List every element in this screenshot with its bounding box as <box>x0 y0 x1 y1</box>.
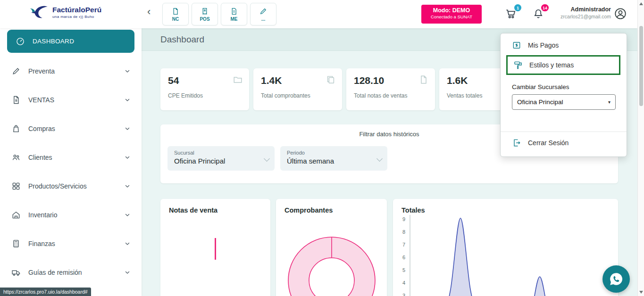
me-button[interactable]: ME <box>221 3 247 25</box>
chevron-down-icon <box>125 183 130 189</box>
document-list-icon <box>230 7 238 16</box>
sidebar-item-label: Guías de remisión <box>28 269 125 276</box>
pencil-icon <box>259 7 268 16</box>
sidebar: DASHBOARD Preventa VENTAS Compras <box>0 28 142 296</box>
sucursal-value: Oficina Principal <box>174 157 268 165</box>
divider <box>501 132 627 132</box>
status-url-tooltip: https://zrcarlos.pro7.uio.la/dashboard# <box>0 288 91 296</box>
avatar[interactable] <box>614 7 627 20</box>
file-icon <box>418 74 429 85</box>
pos-button-label: POS <box>200 16 209 22</box>
totales-area-chart <box>406 213 616 296</box>
periodo-select[interactable]: Periodo Última semana <box>280 146 387 171</box>
comprobantes-donut-chart <box>276 199 387 296</box>
users-icon <box>11 153 21 162</box>
sucursal-select[interactable]: Sucursal Oficina Principal <box>167 146 275 171</box>
more-documents-button[interactable]: ... <box>250 3 276 25</box>
chart-title: Totales <box>393 199 618 214</box>
demo-mode-label: Modo: DEMO <box>421 7 482 14</box>
menu-item-estilos-temas[interactable]: Estilos y temas <box>508 57 619 74</box>
totales-chart-card: Totales 9876543 <box>393 199 618 296</box>
periodo-label: Periodo <box>287 150 381 156</box>
sidebar-item-label: Preventa <box>28 67 125 75</box>
notas-venta-bar-chart <box>160 218 270 296</box>
stat-value: 128.10 <box>354 75 427 86</box>
stat-value: 54 <box>168 75 242 86</box>
user-menu: Mis Pagos Estilos y temas Cambiar Sucurs… <box>500 33 627 157</box>
copy-icon <box>326 74 336 85</box>
brand-name: FactúraloPerú <box>52 6 101 14</box>
sucursal-label: Sucursal <box>174 150 268 156</box>
chevron-down-icon <box>125 212 130 218</box>
stats-row: 54 CPE Emitidos 1.4K Total comprobantes … <box>160 68 528 110</box>
paint-roller-icon <box>513 60 523 70</box>
gauge-icon <box>16 37 25 46</box>
sidebar-collapse-button[interactable]: ‹ <box>147 7 151 17</box>
folder-icon <box>233 74 243 85</box>
chart-title: Notas de venta <box>160 199 270 214</box>
branch-select-value: Oficina Principal <box>517 99 563 106</box>
notifications-button[interactable]: 14 <box>532 8 544 20</box>
pencil-icon <box>11 66 21 76</box>
sidebar-item-finanzas[interactable]: Finanzas <box>0 229 142 258</box>
chevron-down-icon <box>125 241 130 247</box>
grid-icon <box>11 181 21 191</box>
chevron-down-icon <box>125 97 130 103</box>
stat-card-cpe: 54 CPE Emitidos <box>160 68 249 110</box>
receipt-icon <box>201 7 209 16</box>
scrollbar-thumb[interactable] <box>639 26 643 106</box>
menu-item-mis-pagos[interactable]: Mis Pagos <box>501 35 627 55</box>
document-icon <box>11 95 21 105</box>
chevron-down-icon <box>125 155 130 160</box>
sidebar-item-productos-servicios[interactable]: Productos/Servicios <box>0 172 142 200</box>
chevron-down-icon: ▾ <box>608 99 611 105</box>
vertical-scrollbar[interactable] <box>637 0 644 296</box>
chevron-down-icon <box>125 126 130 132</box>
sidebar-nav: DASHBOARD Preventa VENTAS Compras <box>0 30 142 296</box>
demo-mode-badge[interactable]: Modo: DEMO Conectado a SUNAT <box>421 5 482 24</box>
cart-button[interactable]: 1 <box>505 8 517 20</box>
calculator-icon <box>11 239 21 248</box>
bird-logo-icon <box>29 4 49 20</box>
stat-card-notas-ventas: 128.10 Total notas de ventas <box>346 68 435 110</box>
whatsapp-button[interactable] <box>602 265 630 293</box>
whatsapp-icon <box>608 271 624 287</box>
pos-button[interactable]: POS <box>192 3 218 25</box>
sidebar-item-label: Productos/Servicios <box>28 182 125 190</box>
user-name: Administrador <box>560 6 611 13</box>
sidebar-item-dashboard[interactable]: DASHBOARD <box>7 30 134 53</box>
estilos-highlight-box: Estilos y temas <box>506 55 620 75</box>
menu-item-cerrar-sesion[interactable]: Cerrar Sesión <box>501 133 627 153</box>
cambiar-sucursales-label: Cambiar Sucursales <box>501 75 627 93</box>
nc-button-label: NC <box>172 16 179 22</box>
brand-logo[interactable]: FactúraloPerú una marca de •)) Buho <box>29 4 101 20</box>
sidebar-item-compras[interactable]: Compras <box>0 114 142 143</box>
sidebar-item-inventario[interactable]: Inventario <box>0 200 142 229</box>
logout-icon <box>512 138 521 148</box>
brand-tagline: una marca de •)) Buho <box>52 15 101 19</box>
user-email: zrcarlos21@gmail.com <box>560 14 611 19</box>
sidebar-item-label: VENTAS <box>28 96 125 104</box>
branch-select[interactable]: Oficina Principal ▾ <box>512 94 616 110</box>
sidebar-item-clientes[interactable]: Clientes <box>0 143 142 172</box>
topbar: FactúraloPerú una marca de •)) Buho ‹ NC… <box>0 0 637 28</box>
sidebar-item-label: Finanzas <box>28 240 125 247</box>
user-account-button[interactable]: Administrador zrcarlos21@gmail.com <box>560 6 611 19</box>
sidebar-item-guias-remision[interactable]: Guías de remisión <box>0 258 142 287</box>
comprobantes-chart-card: Comprobantes <box>276 199 387 296</box>
sidebar-item-label: Compras <box>28 125 125 132</box>
sidebar-item-ventas[interactable]: VENTAS <box>0 85 142 114</box>
sidebar-item-preventa[interactable]: Preventa <box>0 57 142 85</box>
shopping-bag-icon <box>11 124 21 133</box>
more-button-label: ... <box>261 16 265 22</box>
notification-count-badge: 14 <box>541 4 549 11</box>
menu-item-label: Estilos y temas <box>529 61 574 69</box>
scroll-up-icon[interactable] <box>639 2 643 5</box>
nc-button[interactable]: NC <box>162 3 189 25</box>
sidebar-item-label: Clientes <box>28 154 125 161</box>
payments-icon <box>512 41 521 50</box>
scroll-down-icon[interactable] <box>639 291 643 294</box>
notas-venta-chart-card: Notas de venta <box>160 199 270 296</box>
filter-row: Sucursal Oficina Principal Periodo Últim… <box>167 146 387 171</box>
stat-label: Total notas de ventas <box>354 92 427 99</box>
